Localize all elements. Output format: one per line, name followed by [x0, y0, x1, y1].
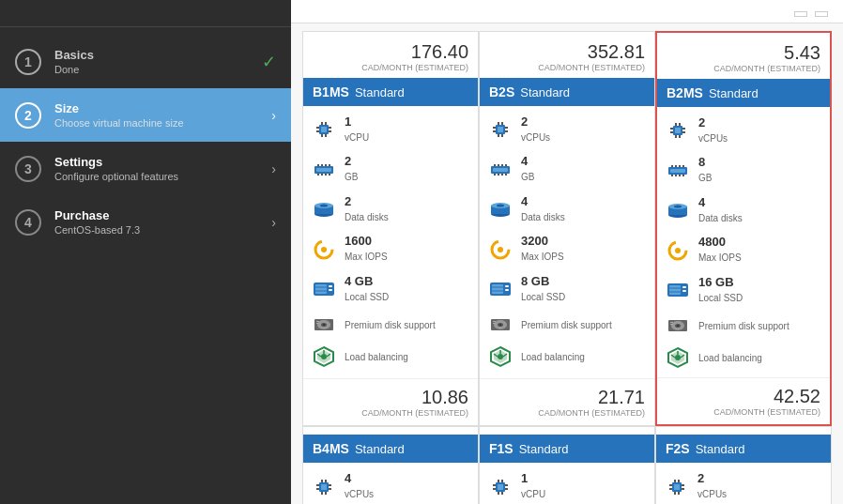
svg-rect-55 [494, 164, 496, 166]
size-type: Standard [355, 442, 405, 456]
feature-icon-disk [667, 199, 689, 221]
size-col-b2s[interactable]: 352.81 CAD/MONTH (ESTIMATED) B2S Standar… [479, 31, 655, 426]
premium-disk-icon [667, 316, 689, 335]
feature-icon-lb [313, 345, 335, 368]
right-panel-header [291, 0, 843, 23]
close-panel-button[interactable] [815, 11, 828, 17]
ram-icon [314, 163, 334, 176]
feature-text-iops: 1600 Max IOPS [345, 234, 388, 264]
sizes-container[interactable]: 176.40 CAD/MONTH (ESTIMATED) B1MS Standa… [291, 23, 843, 504]
step-number-purchase: 4 [15, 209, 41, 236]
feature-icon-iops [489, 238, 512, 261]
svg-rect-81 [493, 323, 496, 324]
size-type: Standard [355, 85, 405, 99]
cpu-icon [314, 119, 334, 140]
svg-rect-133 [321, 480, 323, 482]
svg-rect-134 [325, 480, 327, 482]
size-tier: F2S [666, 441, 690, 456]
svg-rect-161 [498, 484, 503, 490]
left-panel-header [0, 0, 291, 27]
svg-rect-3 [321, 134, 323, 137]
svg-rect-16 [321, 174, 323, 176]
feature-text-lb: Load balancing [345, 350, 408, 365]
feature-text-ssd: 8 GB Local SSD [521, 274, 565, 304]
svg-rect-99 [671, 165, 673, 167]
size-tier: F1S [489, 441, 513, 456]
svg-rect-140 [329, 488, 331, 490]
iops-icon [667, 240, 688, 261]
ram-icon [667, 164, 688, 177]
step-item-basics[interactable]: 1 Basics Done ✓ [0, 35, 291, 88]
feature-text-prem: Premium disk support [698, 319, 789, 334]
size-features: 4 vCPUs 16 GB [303, 463, 478, 504]
svg-rect-30 [315, 286, 327, 288]
feature-text-iops: 4800 Max IOPS [698, 235, 742, 265]
window-controls [794, 11, 828, 17]
feature-text-ram: 8 GB [698, 155, 712, 185]
svg-rect-63 [493, 168, 508, 172]
size-header-b2ms: B2MS Standard [657, 79, 830, 107]
svg-rect-160 [505, 488, 508, 490]
step-item-settings[interactable]: 3 Settings Configure optional features › [0, 142, 291, 195]
svg-rect-181 [674, 484, 680, 490]
step-number-settings: 3 [15, 156, 41, 182]
size-col-b1ms[interactable]: 176.40 CAD/MONTH (ESTIMATED) B1MS Standa… [302, 31, 479, 426]
feature-text-cpu: 4 vCPUs [345, 471, 374, 501]
step-sub-basics: Done [54, 64, 254, 75]
svg-point-113 [675, 248, 681, 253]
svg-rect-141 [321, 484, 327, 490]
cpu-icon [667, 477, 687, 497]
disk-icon [313, 201, 335, 218]
maximize-button[interactable] [794, 11, 807, 17]
close-dialog-button[interactable] [268, 11, 276, 15]
svg-rect-51 [505, 127, 508, 129]
feature-icon-cpu [313, 118, 335, 141]
feature-icon-lb [667, 346, 689, 369]
feature-icon-disk [489, 198, 512, 221]
svg-point-25 [321, 247, 327, 252]
svg-rect-62 [505, 174, 507, 176]
feature-row-lb: Load balancing [303, 341, 478, 373]
svg-rect-58 [505, 164, 507, 166]
svg-rect-8 [329, 130, 331, 132]
disk-icon [667, 202, 689, 219]
svg-rect-37 [316, 323, 319, 324]
svg-rect-53 [498, 127, 503, 132]
step-name-purchase: Purchase [54, 208, 264, 222]
size-tier: B4MS [313, 441, 349, 456]
feature-row-ram: 2 GB [303, 149, 478, 189]
svg-rect-45 [498, 122, 499, 125]
feature-row-lb: Load balancing [657, 342, 830, 374]
svg-rect-119 [669, 291, 681, 293]
svg-rect-124 [670, 322, 673, 323]
size-type: Standard [696, 442, 745, 456]
feature-row-ram: 8 GB [657, 150, 830, 190]
feature-icon-prem [313, 313, 335, 336]
svg-rect-107 [670, 169, 685, 173]
svg-rect-91 [675, 135, 677, 138]
svg-rect-116 [682, 286, 686, 288]
size-col-f1s[interactable]: F1S Standard 1 vCPU [479, 426, 655, 504]
step-list: 1 Basics Done ✓ 2 Size Choose virtual ma… [0, 27, 291, 504]
size-type: Standard [519, 442, 569, 456]
svg-rect-15 [317, 174, 319, 176]
step-item-size[interactable]: 2 Size Choose virtual machine size › [0, 88, 291, 142]
svg-rect-48 [501, 134, 503, 137]
feature-text-cpu: 2 vCPUs [698, 115, 728, 145]
feature-text-ram: 2 GB [345, 154, 358, 184]
feature-row-disk: 4 Data disks [480, 190, 654, 229]
svg-rect-2 [325, 122, 327, 125]
step-item-purchase[interactable]: 4 Purchase CentOS-based 7.3 › [0, 195, 291, 249]
price-bottom-b2s: 21.71 CAD/MONTH (ESTIMATED) [480, 378, 654, 425]
size-header-f2s: F2S Standard [656, 435, 831, 463]
svg-rect-135 [321, 492, 323, 495]
feature-row-prem: Premium disk support [480, 309, 654, 341]
feature-icon-ssd [489, 278, 512, 300]
size-col-b2ms[interactable]: 5.43 CAD/MONTH (ESTIMATED) B2MS Standard [655, 31, 832, 426]
svg-rect-103 [671, 175, 673, 176]
size-col-b4ms[interactable]: B4MS Standard 4 vCPUs [302, 426, 479, 504]
step-sub-size: Choose virtual machine size [54, 117, 264, 129]
feature-icon-lb [489, 345, 512, 368]
size-col-f2s[interactable]: F2S Standard 2 vCPUs [655, 426, 832, 504]
svg-rect-27 [315, 284, 327, 294]
